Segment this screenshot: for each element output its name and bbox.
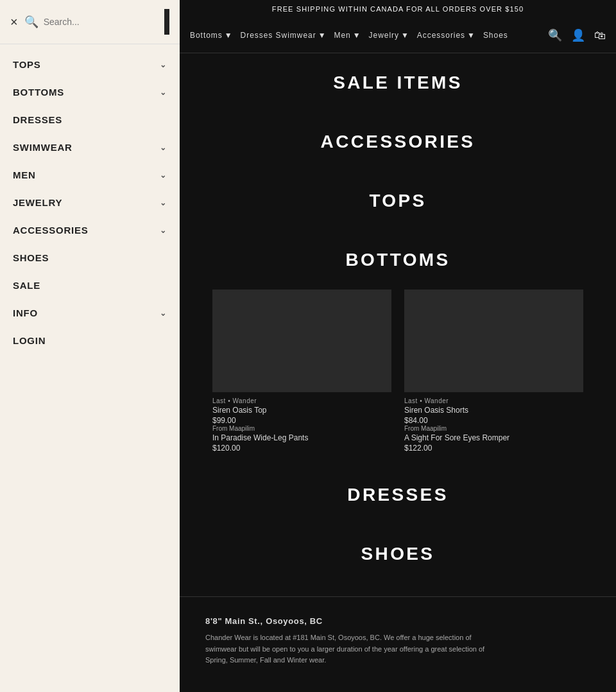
sidebar-nav: TOPS ⌄ BOTTOMS ⌄ DRESSES SWIMWEAR ⌄ MEN … [0, 44, 180, 361]
sidebar: × 🔍 TOPS ⌄ BOTTOMS ⌄ DRESSES SWIMWEAR ⌄ … [0, 0, 180, 692]
nav-item-jewelry[interactable]: Jewelry ▼ [369, 31, 409, 40]
cart-icon[interactable]: 🛍 [594, 29, 606, 42]
search-bar-accent [164, 9, 169, 35]
product-image-left [212, 290, 391, 392]
sidebar-item-jewelry[interactable]: JEWELRY ⌄ [0, 189, 180, 216]
product-price2-left: $120.00 [212, 444, 391, 453]
sidebar-item-login[interactable]: LOGIN [0, 327, 180, 354]
sidebar-item-label-shoes: SHOES [13, 252, 49, 263]
search-icon: 🔍 [24, 15, 38, 29]
accessories-title: ACCESSORIES [205, 132, 590, 152]
main-nav: Bottoms ▼ Dresses Swimwear ▼ Men ▼ Jewel… [180, 18, 616, 53]
bottoms-title: BOTTOMS [205, 250, 590, 270]
sidebar-item-swimwear[interactable]: SWIMWEAR ⌄ [0, 134, 180, 161]
product-name-left: Siren Oasis Top [212, 406, 391, 415]
bottoms-section: BOTTOMS [180, 230, 616, 290]
account-icon[interactable]: 👤 [571, 28, 585, 42]
footer-description: Chander Wear is located at #181 Main St,… [205, 632, 494, 666]
shoes-section: SHOES [180, 524, 616, 584]
sidebar-item-label-tops: TOPS [13, 59, 41, 70]
tops-title: TOPS [205, 191, 590, 211]
nav-item-bottoms[interactable]: Bottoms ▼ [190, 31, 233, 40]
accessories-section: ACCESSORIES [180, 112, 616, 171]
search-icon[interactable]: 🔍 [548, 28, 562, 42]
chevron-down-icon: ⌄ [160, 171, 167, 180]
sidebar-item-shoes[interactable]: SHOES [0, 244, 180, 272]
tops-section: TOPS [180, 171, 616, 230]
sidebar-item-label-sale: SALE [13, 280, 40, 291]
product-price-left: $99.00 [212, 416, 391, 425]
chevron-icon: ▼ [225, 31, 233, 40]
chevron-icon: ▼ [401, 31, 409, 40]
dresses-section: DRESSES [180, 465, 616, 524]
sidebar-item-bottoms[interactable]: BOTTOMS ⌄ [0, 78, 180, 106]
product-price2-right: $122.00 [404, 444, 583, 453]
main-content: FREE SHIPPING WITHIN CANADA FOR ALL ORDE… [180, 0, 616, 692]
nav-item-men[interactable]: Men ▼ [334, 31, 361, 40]
chevron-down-icon: ⌄ [160, 309, 167, 318]
chevron-down-icon: ⌄ [160, 198, 167, 207]
sidebar-header: × 🔍 [0, 0, 180, 44]
close-button[interactable]: × [10, 15, 18, 30]
chevron-icon: ▼ [467, 31, 475, 40]
sidebar-item-label-accessories: ACCESSORIES [13, 225, 88, 236]
nav-item-accessories[interactable]: Accessories ▼ [417, 31, 475, 40]
product-name-right: Siren Oasis Shorts [404, 406, 583, 415]
sidebar-item-info[interactable]: INFO ⌄ [0, 299, 180, 327]
promo-bar: FREE SHIPPING WITHIN CANADA FOR ALL ORDE… [180, 0, 616, 18]
nav-icons: 🔍 👤 🛍 [548, 28, 606, 42]
chevron-down-icon: ⌄ [160, 226, 167, 235]
chevron-icon: ▼ [318, 31, 327, 40]
promo-text: FREE SHIPPING WITHIN CANADA FOR ALL ORDE… [272, 5, 524, 13]
product-card-right[interactable]: Last • Wander Siren Oasis Shorts $84.00 … [404, 290, 583, 453]
footer-address: 8'8" Main St., Osoyoos, BC [205, 616, 590, 626]
sidebar-item-label-info: INFO [13, 307, 38, 318]
sidebar-item-dresses[interactable]: DRESSES [0, 106, 180, 134]
sidebar-item-label-jewelry: JEWELRY [13, 197, 62, 208]
sidebar-item-label-men: MEN [13, 169, 36, 180]
product-from-right: From Maapilim [404, 425, 583, 432]
product-name2-left: In Paradise Wide-Leg Pants [212, 433, 391, 442]
sidebar-item-label-login: LOGIN [13, 335, 46, 346]
close-icon: × [10, 15, 18, 30]
sidebar-item-sale[interactable]: SALE [0, 272, 180, 299]
sidebar-item-tops[interactable]: TOPS ⌄ [0, 51, 180, 78]
sale-items-section: SALE ITEMS [180, 53, 616, 112]
nav-item-shoes[interactable]: Shoes [483, 31, 508, 40]
dresses-title: DRESSES [205, 485, 590, 505]
chevron-down-icon: ⌄ [160, 88, 167, 97]
sidebar-item-label-swimwear: SWIMWEAR [13, 142, 73, 153]
product-row: Last • Wander Siren Oasis Top $99.00 Fro… [180, 290, 616, 465]
product-brand-left: Last • Wander [212, 397, 391, 404]
product-from-left: From Maapilim [212, 425, 391, 432]
nav-item-dresses-swimwear[interactable]: Dresses Swimwear ▼ [241, 31, 327, 40]
search-input[interactable] [44, 17, 158, 27]
chevron-down-icon: ⌄ [160, 143, 167, 152]
shoes-title: SHOES [205, 544, 590, 564]
sidebar-item-label-dresses: DRESSES [13, 114, 62, 125]
chevron-down-icon: ⌄ [160, 60, 167, 69]
product-card-left[interactable]: Last • Wander Siren Oasis Top $99.00 Fro… [212, 290, 391, 453]
sidebar-item-accessories[interactable]: ACCESSORIES ⌄ [0, 216, 180, 244]
sidebar-search-area: 🔍 [18, 15, 164, 29]
product-image-right [404, 290, 583, 392]
sale-items-title: SALE ITEMS [205, 73, 590, 93]
product-brand-right: Last • Wander [404, 397, 583, 404]
newsletter-section: KEEP ME POSTED [180, 686, 616, 692]
chevron-icon: ▼ [353, 31, 361, 40]
sidebar-item-label-bottoms: BOTTOMS [13, 87, 64, 98]
footer-section: 8'8" Main St., Osoyoos, BC Chander Wear … [180, 596, 616, 686]
sidebar-item-men[interactable]: MEN ⌄ [0, 161, 180, 189]
product-name2-right: A Sight For Sore Eyes Romper [404, 433, 583, 442]
product-price-right: $84.00 [404, 416, 583, 425]
